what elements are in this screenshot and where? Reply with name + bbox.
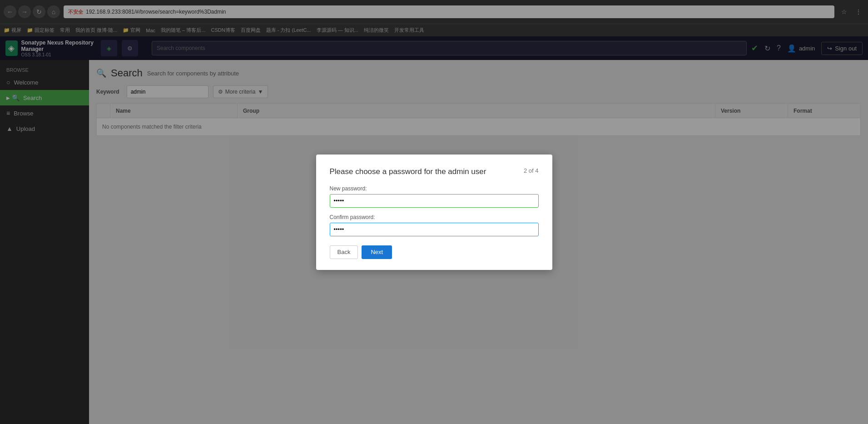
next-button-modal[interactable]: Next <box>362 245 392 259</box>
modal-dialog: Please choose a password for the admin u… <box>316 155 552 270</box>
modal-title: Please choose a password for the admin u… <box>330 167 518 176</box>
modal-footer: Back Next <box>330 245 539 259</box>
main-area: Browse ○ Welcome ▶ 🔍 Search ≡ Browse ▲ U… <box>0 60 868 424</box>
confirm-password-input[interactable] <box>330 223 539 236</box>
modal-overlay: Please choose a password for the admin u… <box>89 60 868 424</box>
confirm-password-label: Confirm password: <box>330 214 539 220</box>
modal-step-indicator: 2 of 4 <box>524 167 539 174</box>
content-area: 🔍 Search Search for components by attrib… <box>89 60 868 424</box>
new-password-field: New password: <box>330 185 539 208</box>
modal-header: Please choose a password for the admin u… <box>330 167 539 176</box>
app-wrapper: ◈ Sonatype Nexus Repository Manager OSS … <box>0 36 868 424</box>
back-button-modal[interactable]: Back <box>330 245 358 259</box>
new-password-label: New password: <box>330 185 539 192</box>
new-password-input[interactable] <box>330 194 539 208</box>
confirm-password-field: Confirm password: <box>330 214 539 236</box>
